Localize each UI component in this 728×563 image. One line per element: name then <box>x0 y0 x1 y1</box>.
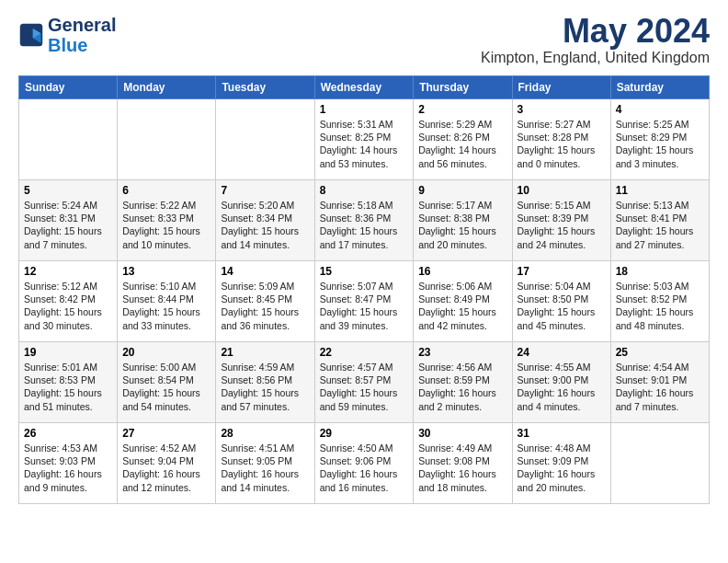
day-info: Sunrise: 4:50 AMSunset: 9:06 PMDaylight:… <box>320 442 409 494</box>
day-info: Sunrise: 5:04 AMSunset: 8:50 PMDaylight:… <box>518 280 606 332</box>
day-info: Sunrise: 5:09 AMSunset: 8:45 PMDaylight:… <box>221 280 309 332</box>
col-tuesday: Tuesday <box>216 76 314 99</box>
calendar-week-row: 19Sunrise: 5:01 AMSunset: 8:53 PMDayligh… <box>19 342 710 423</box>
table-row: 21Sunrise: 4:59 AMSunset: 8:56 PMDayligh… <box>216 342 314 423</box>
table-row: 9Sunrise: 5:17 AMSunset: 8:38 PMDaylight… <box>414 180 512 261</box>
table-row <box>118 99 216 180</box>
col-friday: Friday <box>512 76 610 99</box>
day-number: 11 <box>616 184 704 197</box>
day-info: Sunrise: 5:13 AMSunset: 8:41 PMDaylight:… <box>616 199 704 251</box>
table-row: 5Sunrise: 5:24 AMSunset: 8:31 PMDaylight… <box>19 180 118 261</box>
day-number: 19 <box>24 346 112 359</box>
table-row: 8Sunrise: 5:18 AMSunset: 8:36 PMDaylight… <box>314 180 414 261</box>
day-info: Sunrise: 5:31 AMSunset: 8:25 PMDaylight:… <box>320 118 409 170</box>
table-row: 25Sunrise: 4:54 AMSunset: 9:01 PMDayligh… <box>610 342 709 423</box>
header: General Blue May 2024 Kimpton, England, … <box>18 15 710 66</box>
col-saturday: Saturday <box>610 76 709 99</box>
table-row: 10Sunrise: 5:15 AMSunset: 8:39 PMDayligh… <box>512 180 610 261</box>
table-row: 3Sunrise: 5:27 AMSunset: 8:28 PMDaylight… <box>512 99 610 180</box>
day-info: Sunrise: 4:53 AMSunset: 9:03 PMDaylight:… <box>24 442 112 494</box>
day-number: 26 <box>24 427 112 440</box>
day-number: 3 <box>518 103 606 116</box>
table-row: 18Sunrise: 5:03 AMSunset: 8:52 PMDayligh… <box>610 261 709 342</box>
day-info: Sunrise: 4:54 AMSunset: 9:01 PMDaylight:… <box>616 361 704 413</box>
day-number: 9 <box>418 184 506 197</box>
day-info: Sunrise: 4:52 AMSunset: 9:04 PMDaylight:… <box>122 442 210 494</box>
day-info: Sunrise: 4:48 AMSunset: 9:09 PMDaylight:… <box>518 442 606 494</box>
table-row: 28Sunrise: 4:51 AMSunset: 9:05 PMDayligh… <box>216 423 314 504</box>
table-row: 13Sunrise: 5:10 AMSunset: 8:44 PMDayligh… <box>118 261 216 342</box>
table-row: 29Sunrise: 4:50 AMSunset: 9:06 PMDayligh… <box>314 423 414 504</box>
col-monday: Monday <box>118 76 216 99</box>
col-thursday: Thursday <box>414 76 512 99</box>
day-info: Sunrise: 4:49 AMSunset: 9:08 PMDaylight:… <box>418 442 506 494</box>
calendar-week-row: 5Sunrise: 5:24 AMSunset: 8:31 PMDaylight… <box>19 180 710 261</box>
day-info: Sunrise: 5:03 AMSunset: 8:52 PMDaylight:… <box>616 280 704 332</box>
day-number: 20 <box>122 346 210 359</box>
day-number: 12 <box>24 265 112 278</box>
day-number: 31 <box>518 427 606 440</box>
col-sunday: Sunday <box>19 76 118 99</box>
day-number: 29 <box>320 427 409 440</box>
day-info: Sunrise: 5:24 AMSunset: 8:31 PMDaylight:… <box>24 199 112 251</box>
month-title: May 2024 <box>481 15 710 48</box>
day-number: 16 <box>418 265 506 278</box>
table-row: 4Sunrise: 5:25 AMSunset: 8:29 PMDaylight… <box>610 99 709 180</box>
table-row: 6Sunrise: 5:22 AMSunset: 8:33 PMDaylight… <box>118 180 216 261</box>
table-row: 27Sunrise: 4:52 AMSunset: 9:04 PMDayligh… <box>118 423 216 504</box>
table-row <box>610 423 709 504</box>
day-info: Sunrise: 5:10 AMSunset: 8:44 PMDaylight:… <box>122 280 210 332</box>
day-info: Sunrise: 5:22 AMSunset: 8:33 PMDaylight:… <box>122 199 210 251</box>
table-row: 11Sunrise: 5:13 AMSunset: 8:41 PMDayligh… <box>610 180 709 261</box>
table-row: 1Sunrise: 5:31 AMSunset: 8:25 PMDaylight… <box>314 99 414 180</box>
day-number: 22 <box>320 346 409 359</box>
table-row: 26Sunrise: 4:53 AMSunset: 9:03 PMDayligh… <box>19 423 118 504</box>
day-number: 14 <box>221 265 309 278</box>
table-row: 22Sunrise: 4:57 AMSunset: 8:57 PMDayligh… <box>314 342 414 423</box>
day-info: Sunrise: 5:29 AMSunset: 8:26 PMDaylight:… <box>418 118 506 170</box>
calendar-week-row: 1Sunrise: 5:31 AMSunset: 8:25 PMDaylight… <box>19 99 710 180</box>
calendar-table: Sunday Monday Tuesday Wednesday Thursday… <box>18 75 710 504</box>
day-info: Sunrise: 5:20 AMSunset: 8:34 PMDaylight:… <box>221 199 309 251</box>
table-row: 30Sunrise: 4:49 AMSunset: 9:08 PMDayligh… <box>414 423 512 504</box>
day-number: 25 <box>616 346 704 359</box>
table-row: 14Sunrise: 5:09 AMSunset: 8:45 PMDayligh… <box>216 261 314 342</box>
col-wednesday: Wednesday <box>314 76 414 99</box>
table-row: 20Sunrise: 5:00 AMSunset: 8:54 PMDayligh… <box>118 342 216 423</box>
table-row: 16Sunrise: 5:06 AMSunset: 8:49 PMDayligh… <box>414 261 512 342</box>
day-number: 28 <box>221 427 309 440</box>
table-row: 23Sunrise: 4:56 AMSunset: 8:59 PMDayligh… <box>414 342 512 423</box>
day-number: 23 <box>418 346 506 359</box>
day-info: Sunrise: 4:59 AMSunset: 8:56 PMDaylight:… <box>221 361 309 413</box>
day-info: Sunrise: 5:12 AMSunset: 8:42 PMDaylight:… <box>24 280 112 332</box>
table-row: 31Sunrise: 4:48 AMSunset: 9:09 PMDayligh… <box>512 423 610 504</box>
day-info: Sunrise: 4:55 AMSunset: 9:00 PMDaylight:… <box>518 361 606 413</box>
day-number: 17 <box>518 265 606 278</box>
day-info: Sunrise: 4:51 AMSunset: 9:05 PMDaylight:… <box>221 442 309 494</box>
table-row: 12Sunrise: 5:12 AMSunset: 8:42 PMDayligh… <box>19 261 118 342</box>
logo-icon <box>18 22 44 48</box>
table-row: 17Sunrise: 5:04 AMSunset: 8:50 PMDayligh… <box>512 261 610 342</box>
day-number: 15 <box>320 265 409 278</box>
logo-text: General Blue <box>48 15 116 55</box>
day-number: 21 <box>221 346 309 359</box>
day-info: Sunrise: 5:07 AMSunset: 8:47 PMDaylight:… <box>320 280 409 332</box>
table-row: 24Sunrise: 4:55 AMSunset: 9:00 PMDayligh… <box>512 342 610 423</box>
table-row: 2Sunrise: 5:29 AMSunset: 8:26 PMDaylight… <box>414 99 512 180</box>
location: Kimpton, England, United Kingdom <box>481 50 710 66</box>
day-number: 27 <box>122 427 210 440</box>
day-info: Sunrise: 4:57 AMSunset: 8:57 PMDaylight:… <box>320 361 409 413</box>
day-number: 1 <box>320 103 409 116</box>
calendar-week-row: 26Sunrise: 4:53 AMSunset: 9:03 PMDayligh… <box>19 423 710 504</box>
day-number: 13 <box>122 265 210 278</box>
day-info: Sunrise: 4:56 AMSunset: 8:59 PMDaylight:… <box>418 361 506 413</box>
page: General Blue May 2024 Kimpton, England, … <box>0 0 728 513</box>
day-info: Sunrise: 5:18 AMSunset: 8:36 PMDaylight:… <box>320 199 409 251</box>
day-number: 7 <box>221 184 309 197</box>
day-number: 18 <box>616 265 704 278</box>
table-row <box>19 99 118 180</box>
table-row <box>216 99 314 180</box>
day-number: 2 <box>418 103 506 116</box>
day-info: Sunrise: 5:25 AMSunset: 8:29 PMDaylight:… <box>616 118 704 170</box>
table-row: 19Sunrise: 5:01 AMSunset: 8:53 PMDayligh… <box>19 342 118 423</box>
